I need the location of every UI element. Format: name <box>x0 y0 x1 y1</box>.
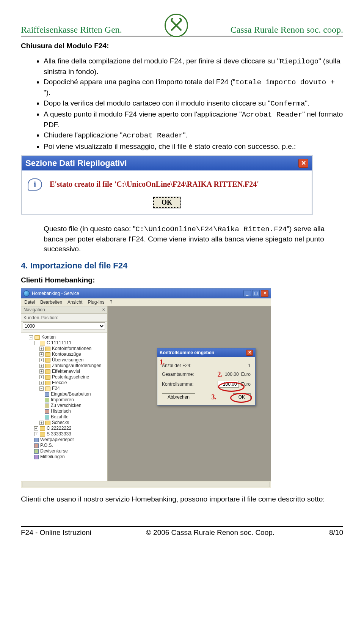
expand-icon[interactable]: + <box>39 347 44 351</box>
hb-content-area: Kontrollsumme eingeben ✕ 1. Anzal der F2… <box>108 306 271 481</box>
tree-item[interactable]: C 22222222 <box>47 426 71 431</box>
folder-icon <box>45 364 50 368</box>
tree-item[interactable]: Devisenkurse <box>40 448 68 454</box>
folder-icon <box>35 335 40 340</box>
annotation-2-icon: 2. <box>217 371 223 378</box>
folder-icon <box>45 352 50 357</box>
close-icon[interactable]: ✕ <box>261 290 268 297</box>
item-icon <box>34 438 39 442</box>
tree-item[interactable]: Schecks <box>52 420 69 425</box>
tree-item[interactable]: Mitteilungen <box>40 454 65 459</box>
close-icon[interactable]: ✕ <box>246 350 253 356</box>
tree-item[interactable]: Wertpapierdepot <box>40 437 74 442</box>
item-icon <box>45 409 49 414</box>
tree-item[interactable]: Zahlungsaufforderungen <box>52 363 102 368</box>
menu-item[interactable]: ? <box>110 300 112 305</box>
expand-icon[interactable]: + <box>39 381 44 385</box>
bottom-paragraph: Clienti che usano il nostro servizio Hom… <box>21 495 343 503</box>
row-label: Anzal der F24: <box>162 363 191 368</box>
collapse-icon[interactable]: − <box>34 341 38 345</box>
ok-button[interactable]: OK <box>233 393 251 401</box>
item-icon <box>45 392 49 397</box>
ok-button[interactable]: OK <box>153 197 180 208</box>
homebanking-window: Homebanking - Service _ ▢ ✕ Datei Bearbe… <box>21 288 271 488</box>
raiffeisen-logo-icon <box>165 14 188 37</box>
close-icon[interactable]: ✕ <box>298 159 308 168</box>
dialog-title: Sezione Dati Riepilogativi <box>25 158 127 168</box>
kontrollsumme-input[interactable] <box>218 381 239 388</box>
list-item: Dopodiché appare una pagina con l'import… <box>44 77 343 97</box>
kontrollsumme-dialog: Kontrollsumme eingeben ✕ 1. Anzal der F2… <box>157 348 256 405</box>
tree-item[interactable]: S 33333333 <box>47 431 71 437</box>
expand-icon[interactable]: + <box>39 358 44 362</box>
footer-right: 8/10 <box>329 528 343 537</box>
euro-label: Euro <box>241 382 251 387</box>
expand-icon[interactable]: + <box>39 352 44 356</box>
tree-item-f24[interactable]: F24 <box>52 386 60 391</box>
header-left: Raiffeisenkasse Ritten Gen. <box>21 25 122 35</box>
minimize-icon[interactable]: _ <box>243 290 251 297</box>
tree-item[interactable]: Bezahlte <box>51 414 69 419</box>
tree-item[interactable]: Posterlagsscheine <box>52 374 89 380</box>
hb-menubar: Datei Bearbeiten Ansicht Plug-Ins ? <box>21 298 271 306</box>
info-icon: i <box>27 177 43 192</box>
expand-icon[interactable]: + <box>39 369 44 374</box>
expand-icon[interactable]: + <box>39 364 44 368</box>
tree-item[interactable]: Eingabe/Bearbeiten <box>51 391 91 397</box>
expand-icon[interactable]: + <box>34 432 38 436</box>
tree-item[interactable]: Überweisungen <box>52 357 83 363</box>
tree-item[interactable]: Zu verschicken <box>51 403 82 408</box>
item-icon <box>45 404 49 408</box>
maximize-icon[interactable]: ▢ <box>252 290 260 297</box>
item-icon <box>45 415 49 419</box>
item-icon <box>34 455 39 459</box>
item-icon <box>34 449 39 454</box>
folder-icon <box>45 421 50 425</box>
hb-scrollbar-row <box>21 481 271 488</box>
kunden-select[interactable]: 1000 <box>23 322 105 330</box>
folder-icon <box>40 432 45 437</box>
item-icon <box>45 398 49 402</box>
tree-item[interactable]: Historisch <box>51 408 71 414</box>
folder-icon <box>40 341 45 345</box>
folder-icon <box>45 358 50 363</box>
footer-left: F24 - Online Istruzioni <box>21 528 91 537</box>
row-value: 100,00 <box>225 372 239 377</box>
menu-item[interactable]: Ansicht <box>67 300 82 305</box>
expand-icon[interactable]: + <box>39 375 44 379</box>
menu-item[interactable]: Plug-Ins <box>88 300 104 305</box>
collapse-icon[interactable]: − <box>39 386 44 391</box>
instruction-list: Alla fine della compilazione del modulo … <box>21 56 343 151</box>
row-label: Kontrollsumme: <box>162 382 193 387</box>
footer-center: © 2006 Cassa Rurale Renon soc. Coop. <box>146 528 275 537</box>
annotation-3-icon: 3. <box>212 393 217 401</box>
section-title-chiusura: Chiusura del Modulo F24: <box>21 42 343 50</box>
folder-icon <box>45 381 50 385</box>
pin-icon[interactable]: ✕ <box>102 307 105 312</box>
hb-title: Homebanking - Service <box>32 291 79 296</box>
tree-item[interactable]: Effektenavvisi <box>52 369 80 374</box>
tree-item[interactable]: Kontoinformationen <box>52 346 91 351</box>
tree-item[interactable]: Konten <box>41 334 56 340</box>
expand-icon[interactable]: + <box>34 426 38 430</box>
nav-title: Navigation <box>24 307 45 312</box>
menu-item[interactable]: Datei <box>24 300 35 305</box>
header-right: Cassa Rurale Renon soc. coop. <box>231 25 343 35</box>
tree-item[interactable]: Kontoauszüge <box>52 352 81 357</box>
tree-item[interactable]: P.O.S. <box>40 443 53 448</box>
collapse-icon[interactable]: − <box>29 335 33 339</box>
nav-tree: −Konten −C 11111111 +Kontoinformationen … <box>21 333 107 481</box>
row-value: 1 <box>248 363 251 368</box>
expand-icon[interactable]: + <box>39 421 44 425</box>
tree-item[interactable]: C 11111111 <box>47 340 71 345</box>
folder-icon <box>45 386 50 391</box>
item-icon <box>34 443 39 448</box>
menu-item[interactable]: Bearbeiten <box>40 300 62 305</box>
after-dialog-paragraph: Questo file (in questo caso: "C:\UnicoOn… <box>44 224 343 254</box>
tree-item[interactable]: Importieren <box>51 397 74 402</box>
page-footer: F24 - Online Istruzioni © 2006 Cassa Rur… <box>21 526 343 537</box>
tree-item[interactable]: Freccie <box>52 380 67 385</box>
scrollbar-horizontal[interactable] <box>22 482 270 487</box>
cancel-button[interactable]: Abbrechen <box>162 393 195 401</box>
list-item: Chiudere l'applicazione "Acrobat Reader"… <box>44 130 343 141</box>
